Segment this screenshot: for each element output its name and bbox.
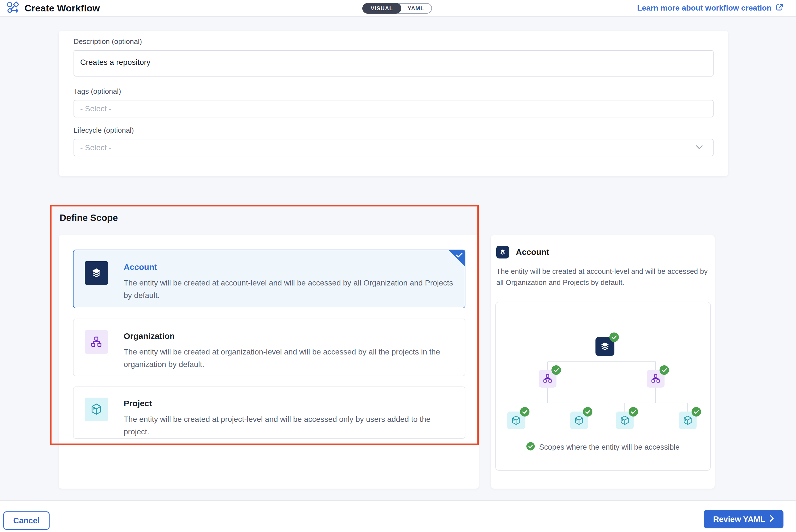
brand: Create Workflow: [7, 0, 100, 16]
scope-option-account[interactable]: Account The entity will be created at ac…: [73, 250, 465, 308]
option-text: Organization The entity will be created …: [124, 330, 453, 371]
external-link-icon: [775, 3, 784, 13]
preview-title: Account: [516, 247, 549, 257]
account-layers-icon: [496, 246, 509, 259]
preview-description: The entity will be created at account-le…: [495, 266, 711, 288]
learn-more-link[interactable]: Learn more about workflow creation: [637, 0, 784, 16]
option-description: The entity will be created at account-le…: [124, 277, 453, 302]
scope-options-panel: Account The entity will be created at ac…: [59, 235, 479, 489]
check-circle-icon: [629, 407, 638, 417]
tags-label: Tags (optional): [74, 87, 713, 96]
check-circle-icon: [526, 442, 535, 452]
lifecycle-select[interactable]: - Select -: [74, 139, 713, 156]
diagram-project-node: [616, 412, 634, 429]
diagram-project-node: [570, 412, 588, 429]
scope-preview-panel: Account The entity will be created at ac…: [491, 235, 715, 489]
diagram-account-node: [595, 337, 614, 356]
checkmark-icon: [456, 252, 463, 259]
chevron-down-icon: [696, 145, 703, 151]
check-circle-icon: [691, 407, 701, 417]
diagram-caption-text: Scopes where the entity will be accessib…: [539, 443, 680, 452]
option-title: Project: [124, 399, 453, 408]
scope-option-organization[interactable]: Organization The entity will be created …: [73, 319, 465, 376]
check-circle-icon: [609, 332, 619, 342]
app-header: Create Workflow VISUAL YAML Learn more a…: [0, 0, 796, 17]
description-textarea[interactable]: Creates a repository: [74, 50, 713, 77]
option-title: Account: [124, 262, 453, 272]
check-circle-icon: [659, 365, 669, 375]
chevron-right-icon: [770, 514, 774, 524]
scope-option-project[interactable]: Project The entity will be created at pr…: [73, 386, 465, 439]
scope-hierarchy-diagram: Scopes where the entity will be accessib…: [495, 302, 711, 471]
page-title: Create Workflow: [24, 3, 100, 14]
project-cube-icon: [85, 398, 108, 421]
diagram-caption: Scopes where the entity will be accessib…: [496, 442, 710, 452]
option-text: Account The entity will be created at ac…: [124, 261, 453, 302]
diagram-organization-node: [539, 370, 557, 387]
diagram-project-node: [507, 412, 525, 429]
workflow-icon: [7, 1, 19, 15]
review-yaml-label: Review YAML: [713, 515, 765, 524]
check-circle-icon: [520, 407, 529, 417]
review-yaml-button[interactable]: Review YAML: [704, 510, 783, 528]
visual-yaml-toggle: VISUAL YAML: [362, 3, 432, 14]
tags-input[interactable]: [74, 100, 713, 117]
option-title: Organization: [124, 331, 453, 341]
learn-more-label: Learn more about workflow creation: [637, 4, 772, 13]
cancel-button[interactable]: Cancel: [3, 511, 50, 530]
account-layers-icon: [85, 261, 108, 285]
check-circle-icon: [551, 365, 561, 375]
check-circle-icon: [583, 407, 592, 417]
preview-header: Account: [495, 246, 711, 259]
diagram-organization-node: [647, 370, 665, 387]
footer-bar: Cancel Review YAML: [0, 500, 796, 532]
option-description: The entity will be created at organizati…: [124, 346, 453, 371]
lifecycle-placeholder: - Select -: [80, 143, 696, 152]
define-scope-heading: Define Scope: [60, 213, 118, 223]
description-label: Description (optional): [74, 37, 713, 46]
option-text: Project The entity will be created at pr…: [124, 398, 453, 438]
diagram-project-node: [679, 412, 696, 429]
workflow-form-card: Description (optional) Creates a reposit…: [59, 31, 728, 176]
tab-visual[interactable]: VISUAL: [362, 3, 401, 14]
tab-yaml[interactable]: YAML: [400, 4, 431, 13]
lifecycle-label: Lifecycle (optional): [74, 126, 713, 135]
option-description: The entity will be created at project-le…: [124, 413, 453, 438]
organization-tree-icon: [85, 330, 108, 354]
